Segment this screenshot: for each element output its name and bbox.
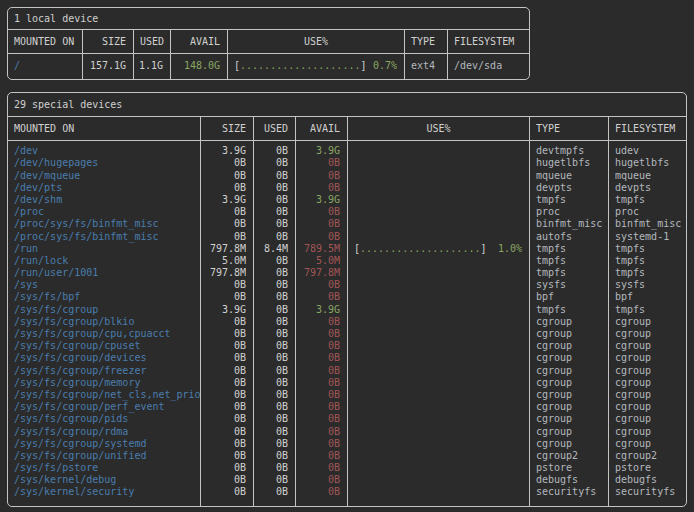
cell-used: 0B — [254, 352, 295, 364]
cell-avail: 0B — [296, 438, 347, 450]
cell-mount-path: /sys/fs/bpf — [8, 291, 200, 303]
cell-size: 0B — [201, 413, 253, 425]
cell-filesystem: tmpfs — [609, 304, 687, 316]
cell-size: 0B — [201, 328, 253, 340]
cell-mount-path: /run — [8, 243, 200, 255]
cell-filesystem: cgroup2 — [609, 450, 687, 462]
cell-filesystem: tmpfs — [609, 194, 687, 206]
cell-type: cgroup — [530, 340, 608, 352]
cell-used: 0B — [254, 340, 295, 352]
cell-size: 0B — [201, 206, 253, 218]
cell-use-bar — [348, 413, 529, 425]
cell-avail: 3.9G — [296, 304, 347, 316]
cell-used: 0B — [254, 401, 295, 413]
cell-use-bar — [348, 194, 529, 206]
column-header-used: USED — [254, 117, 296, 140]
cell-mount-path: /sys/fs/cgroup/memory — [8, 377, 200, 389]
column-header-avail: AVAIL — [171, 30, 228, 53]
cell-mount-path: /dev/pts — [8, 182, 200, 194]
cell-avail: 0B — [296, 352, 347, 364]
cell-filesystem: tmpfs — [609, 243, 687, 255]
column-header-use-pct: USE% — [228, 30, 405, 53]
cell-size: 0B — [201, 426, 253, 438]
cell-use-bar — [348, 304, 529, 316]
cell-filesystem: debugfs — [609, 474, 687, 486]
cell-avail: 3.9G — [296, 145, 347, 157]
cell-mount-path: /sys/fs/cgroup/systemd — [8, 438, 200, 450]
cell-size: 3.9G — [201, 304, 253, 316]
cell-avail: 0B — [296, 206, 347, 218]
cell-size: 5.0M — [201, 255, 253, 267]
cell-used: 0B — [254, 231, 295, 243]
cell-mount-path: /dev/shm — [8, 194, 200, 206]
cell-mount-path: /dev — [8, 145, 200, 157]
cell-used: 0B — [254, 194, 295, 206]
cell-filesystem: securityfs — [609, 486, 687, 498]
cell-type: bpf — [530, 291, 608, 303]
cell-size: 0B — [201, 365, 253, 377]
usage-bar: [....................] — [354, 243, 486, 255]
table-body: /dev/dev/hugepages/dev/mqueue/dev/pts/de… — [8, 141, 686, 505]
cell-used: 0B — [254, 291, 295, 303]
cell-used: 0B — [254, 267, 295, 279]
cell-filesystem: cgroup — [609, 352, 687, 364]
cell-filesystem: systemd-1 — [609, 231, 687, 243]
cell-avail: 0B — [296, 474, 347, 486]
cell-size: 0B — [201, 279, 253, 291]
cell-mount-path: /dev/mqueue — [8, 170, 200, 182]
cell-filesystem: cgroup — [609, 401, 687, 413]
cell-avail: 0B — [296, 218, 347, 230]
cell-type: cgroup — [530, 377, 608, 389]
column-type: ext4 — [405, 54, 448, 79]
cell-use-bar — [348, 170, 529, 182]
cell-size: 0B — [201, 474, 253, 486]
cell-avail: 0B — [296, 170, 347, 182]
local-devices-table: 1 local device MOUNTED ON SIZE USED AVAI… — [7, 7, 530, 80]
cell-size: 157.1G — [83, 60, 133, 72]
cell-filesystem: udev — [609, 145, 687, 157]
column-header-filesystem: FILESYSTEM — [448, 30, 529, 53]
cell-size: 0B — [201, 231, 253, 243]
cell-avail: 0B — [296, 279, 347, 291]
cell-size: 0B — [201, 486, 253, 498]
cell-used: 0B — [254, 450, 295, 462]
cell-size: 0B — [201, 438, 253, 450]
column-header-size: SIZE — [83, 30, 134, 53]
cell-mount-path: /proc/sys/fs/binfmt_misc — [8, 218, 200, 230]
cell-used: 0B — [254, 426, 295, 438]
column-header-type: TYPE — [530, 117, 609, 140]
cell-avail: 3.9G — [296, 194, 347, 206]
column-avail: 3.9G0B0B0B3.9G0B0B0B789.5M5.0M797.8M0B0B… — [296, 141, 348, 505]
cell-used: 0B — [254, 377, 295, 389]
cell-size: 0B — [201, 401, 253, 413]
cell-type: debugfs — [530, 474, 608, 486]
cell-use-bar — [348, 182, 529, 194]
cell-filesystem: tmpfs — [609, 255, 687, 267]
cell-filesystem: cgroup — [609, 426, 687, 438]
cell-size: 797.8M — [201, 267, 253, 279]
cell-use-bar — [348, 377, 529, 389]
cell-avail: 0B — [296, 291, 347, 303]
cell-size: 0B — [201, 291, 253, 303]
cell-avail: 5.0M — [296, 255, 347, 267]
cell-used: 0B — [254, 157, 295, 169]
cell-use-bar — [348, 352, 529, 364]
cell-avail: 0B — [296, 340, 347, 352]
cell-use-bar — [348, 218, 529, 230]
cell-use-bar — [348, 291, 529, 303]
cell-used: 0B — [254, 182, 295, 194]
cell-avail: 0B — [296, 450, 347, 462]
cell-mount-path: /sys/fs/cgroup/cpu,cpuacct — [8, 328, 200, 340]
cell-used: 0B — [254, 328, 295, 340]
cell-type: tmpfs — [530, 304, 608, 316]
cell-type: cgroup — [530, 316, 608, 328]
cell-type: cgroup — [530, 328, 608, 340]
cell-avail: 0B — [296, 389, 347, 401]
cell-filesystem: bpf — [609, 291, 687, 303]
cell-use-bar — [348, 389, 529, 401]
cell-size: 0B — [201, 340, 253, 352]
cell-filesystem: binfmt_misc — [609, 218, 687, 230]
cell-filesystem: cgroup — [609, 316, 687, 328]
cell-mount-path: /run/user/1001 — [8, 267, 200, 279]
cell-avail: 0B — [296, 182, 347, 194]
